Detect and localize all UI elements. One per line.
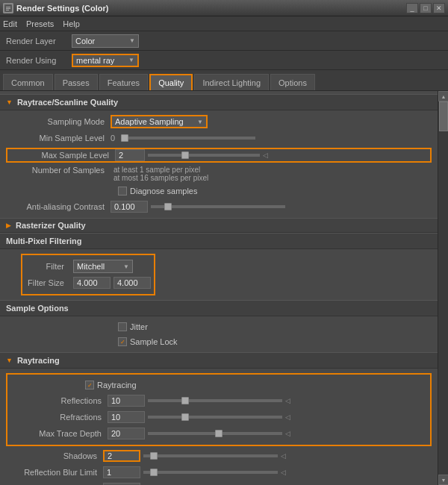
tab-common[interactable]: Common — [3, 74, 53, 90]
sampling-mode-row: Sampling Mode Adaptive Sampling ▼ — [6, 113, 432, 130]
render-layer-dropdown[interactable]: Color ▼ — [72, 34, 139, 48]
menu-help[interactable]: Help — [63, 19, 80, 28]
menu-presets[interactable]: Presets — [26, 19, 54, 28]
reflections-input[interactable] — [108, 395, 145, 407]
minimize-button[interactable]: _ — [406, 3, 418, 13]
main-content: ▼ Raytrace/Scanline Quality Sampling Mod… — [0, 91, 448, 485]
reflections-slider[interactable] — [148, 399, 282, 402]
refl-blur-row: Reflection Blur Limit ◁ — [6, 464, 432, 481]
max-sample-slider[interactable] — [148, 154, 260, 157]
shadows-row: Shadows ◁ — [6, 448, 432, 464]
diagnose-row: Diagnose samples — [6, 184, 432, 198]
refl-blur-input[interactable] — [103, 466, 140, 478]
render-using-row: Render Using mental ray ▼ — [0, 51, 448, 70]
filter-box: Filter Mitchell ▼ Filter Size — [21, 254, 155, 295]
shadows-input[interactable] — [103, 450, 140, 462]
tab-features[interactable]: Features — [99, 74, 148, 90]
jitter-checkbox[interactable] — [118, 322, 127, 331]
refractions-input[interactable] — [108, 411, 145, 423]
scroll-down-icon: ▼ — [441, 478, 447, 483]
scrollbar[interactable]: ▲ ▼ — [438, 91, 448, 485]
antialiasing-slider[interactable] — [151, 205, 285, 208]
window-controls: _ □ ✕ — [406, 3, 445, 13]
scroll-down-button[interactable]: ▼ — [438, 475, 448, 485]
num-samples-line2: at most 16 samples per pixel — [113, 174, 208, 182]
refl-blur-slider[interactable] — [143, 471, 278, 474]
filter-size-label: Filter Size — [25, 278, 70, 287]
antialiasing-input[interactable] — [111, 201, 148, 213]
raytracing-box: ✓ Raytracing Reflections ◁ Refractions — [6, 373, 432, 446]
render-layer-label: Render Layer — [6, 37, 66, 46]
max-trace-label: Max Trace Depth — [10, 429, 108, 438]
max-trace-row: Max Trace Depth ◁ — [10, 425, 427, 442]
scrollbar-thumb[interactable] — [439, 101, 448, 131]
shadows-thumb[interactable] — [150, 452, 158, 460]
refractions-thumb[interactable] — [181, 413, 189, 421]
raytracing-label: Raytracing — [97, 381, 137, 389]
shadows-slider[interactable] — [143, 454, 278, 457]
raytrace-section-header[interactable]: ▼ Raytrace/Scanline Quality — [0, 94, 438, 110]
refractions-slider[interactable] — [148, 416, 282, 419]
max-trace-input[interactable] — [108, 428, 145, 439]
scroll-content: ▼ Raytrace/Scanline Quality Sampling Mod… — [0, 91, 438, 485]
sample-lock-row: ✓ Sample Lock — [6, 334, 432, 349]
raytracing-section-body: ✓ Raytracing Reflections ◁ Refractions — [0, 369, 438, 485]
max-sample-label: Max Sample Level — [10, 151, 115, 160]
antialiasing-row: Anti-aliasing Contrast — [6, 198, 432, 215]
svg-rect-3 — [6, 8, 10, 9]
filter-row: Filter Mitchell ▼ — [25, 258, 151, 275]
max-trace-slider[interactable] — [148, 432, 282, 435]
tab-indirect-lighting[interactable]: Indirect Lighting — [194, 74, 269, 90]
svg-rect-4 — [6, 10, 9, 10]
min-sample-value: 0 — [111, 134, 115, 143]
tab-options[interactable]: Options — [270, 74, 315, 90]
num-samples-line1: at least 1 sample per pixel — [113, 166, 208, 174]
refl-blur-thumb[interactable] — [150, 469, 158, 476]
title-bar: Render Settings (Color) _ □ ✕ — [0, 0, 448, 16]
scroll-up-button[interactable]: ▲ — [438, 91, 448, 101]
multi-pixel-section-header: Multi-Pixel Filtering — [0, 233, 438, 249]
min-sample-slider[interactable] — [121, 137, 255, 140]
render-using-dropdown[interactable]: mental ray ▼ — [72, 54, 139, 67]
diagnose-checkbox[interactable] — [118, 187, 127, 195]
max-sample-input[interactable] — [115, 149, 145, 161]
slider-arrow-icon: ◁ — [285, 430, 290, 437]
svg-rect-2 — [6, 7, 10, 7]
filter-size-h-input[interactable] — [113, 277, 151, 289]
close-button[interactable]: ✕ — [433, 3, 445, 13]
raytracing-checkbox-row: ✓ Raytracing — [10, 378, 427, 392]
tab-quality[interactable]: Quality — [149, 74, 193, 90]
scrollbar-track-area[interactable] — [438, 131, 448, 475]
num-samples-info: at least 1 sample per pixel at most 16 s… — [111, 166, 208, 182]
tab-passes[interactable]: Passes — [55, 74, 98, 90]
max-trace-thumb[interactable] — [215, 430, 223, 437]
raytracing-section-title: Raytracing — [17, 356, 60, 365]
sample-options-header: Sample Options — [0, 300, 438, 316]
sample-options-body: Jitter ✓ Sample Lock — [0, 316, 438, 352]
sample-lock-checkbox[interactable]: ✓ — [118, 337, 127, 346]
raytrace-section-title: Raytrace/Scanline Quality — [17, 98, 118, 107]
max-sample-box: Max Sample Level ◁ — [6, 148, 432, 163]
min-sample-thumb[interactable] — [121, 134, 128, 142]
sampling-mode-dropdown[interactable]: Adaptive Sampling ▼ — [111, 115, 208, 128]
collapse-icon: ▶ — [6, 222, 11, 229]
raytracing-section-header[interactable]: ▼ Raytracing — [0, 352, 438, 369]
rasterizer-section-header[interactable]: ▶ Rasterizer Quality — [0, 218, 438, 233]
chevron-down-icon: ▼ — [128, 57, 134, 63]
filter-dropdown[interactable]: Mitchell ▼ — [73, 260, 133, 273]
max-sample-thumb[interactable] — [181, 151, 189, 159]
collapse-icon: ▼ — [6, 98, 13, 106]
sample-lock-label: Sample Lock — [130, 337, 178, 346]
filter-size-w-input[interactable] — [73, 277, 111, 289]
window-title: Render Settings (Color) — [16, 4, 108, 13]
raytracing-checkbox[interactable]: ✓ — [85, 381, 94, 389]
jitter-row: Jitter — [6, 319, 432, 334]
reflections-thumb[interactable] — [181, 397, 189, 404]
antialiasing-thumb[interactable] — [164, 203, 172, 210]
reflections-row: Reflections ◁ — [10, 392, 427, 409]
app-icon — [3, 3, 13, 13]
tabs-bar: Common Passes Features Quality Indirect … — [0, 70, 448, 91]
menu-edit[interactable]: Edit — [3, 19, 17, 28]
jitter-label: Jitter — [130, 322, 148, 331]
maximize-button[interactable]: □ — [420, 3, 432, 13]
